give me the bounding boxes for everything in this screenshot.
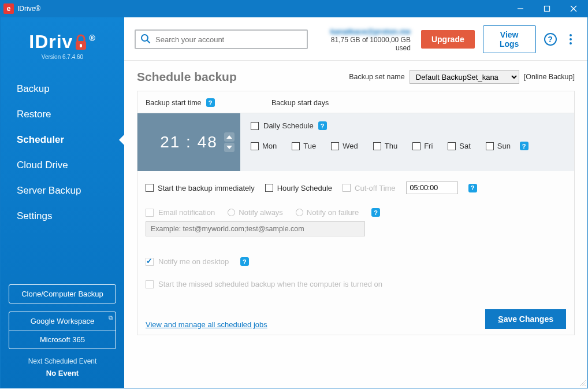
time-up-button[interactable]: [224, 132, 235, 142]
sidebar-item-backup[interactable]: Backup: [1, 76, 124, 102]
svg-point-6: [142, 35, 148, 41]
close-button[interactable]: [560, 0, 587, 17]
sidebar-item-server-backup[interactable]: Server Backup: [1, 178, 124, 203]
brand-logo: IDriv ®: [1, 31, 124, 53]
svg-rect-1: [545, 6, 550, 12]
sidebar-item-cloud-drive[interactable]: Cloud Drive: [1, 153, 124, 178]
clone-computer-backup-button[interactable]: Clone/Computer Backup: [9, 284, 116, 303]
notify-failure-radio[interactable]: [296, 209, 303, 216]
account-info: kanatkace@proton.me 81,75 GB of 10000,00…: [324, 27, 411, 52]
help-start-time-icon[interactable]: ?: [206, 98, 215, 107]
search-input[interactable]: [155, 35, 302, 44]
start-immediately-checkbox[interactable]: [146, 184, 154, 192]
help-button[interactable]: ?: [544, 32, 557, 46]
window-title: IDrive®: [17, 5, 40, 13]
microsoft-365-button[interactable]: Microsoft 365: [9, 330, 116, 349]
start-time-label: Backup start time: [146, 99, 202, 107]
help-daily-icon[interactable]: ?: [318, 121, 327, 130]
svg-rect-5: [80, 44, 82, 47]
time-down-button[interactable]: [224, 143, 235, 152]
search-box[interactable]: [135, 29, 308, 49]
view-logs-button[interactable]: View Logs: [483, 25, 536, 53]
save-changes-button[interactable]: Save Changes: [485, 309, 566, 329]
email-input[interactable]: [146, 221, 365, 236]
day-mon-checkbox[interactable]: [251, 142, 259, 150]
minimize-button[interactable]: [507, 0, 534, 17]
app-icon: e: [3, 3, 14, 14]
search-icon: [140, 34, 151, 46]
notify-always-radio[interactable]: [228, 209, 235, 216]
version-label: Version 6.7.4.60: [1, 54, 124, 60]
account-email: kanatkace@proton.me: [324, 27, 411, 36]
maximize-button[interactable]: [534, 0, 560, 17]
lock-icon: [74, 34, 88, 50]
daily-schedule-checkbox[interactable]: [251, 122, 259, 130]
topbar: kanatkace@proton.me 81,75 GB of 10000,00…: [124, 17, 587, 61]
day-fri-checkbox[interactable]: [412, 142, 420, 150]
svg-line-10: [585, 385, 586, 386]
hourly-schedule-checkbox[interactable]: [265, 184, 273, 192]
page-title: Schedule backup: [137, 70, 237, 84]
help-desktop-icon[interactable]: ?: [240, 257, 249, 266]
backup-type-label: [Online Backup]: [524, 73, 575, 81]
day-sun-checkbox[interactable]: [486, 142, 494, 150]
sidebar-item-restore[interactable]: Restore: [1, 102, 124, 127]
backup-set-name-label: Backup set name: [349, 73, 405, 81]
next-event-value: No Event: [9, 369, 116, 377]
external-link-icon: ⧉: [109, 314, 113, 321]
time-value: 21 : 48: [160, 133, 218, 151]
day-wed-checkbox[interactable]: [331, 142, 339, 150]
workspace-box: ⧉ Google Workspace Microsoft 365: [9, 312, 116, 349]
sidebar-item-scheduler[interactable]: Scheduler: [1, 127, 124, 153]
day-tue-checkbox[interactable]: [292, 142, 300, 150]
window-titlebar: e IDrive®: [0, 0, 588, 17]
cutoff-checkbox[interactable]: [343, 184, 351, 192]
email-notification-checkbox[interactable]: [146, 209, 154, 217]
sidebar: IDriv ® Version 6.7.4.60 Backup Restore …: [1, 17, 124, 388]
start-days-label: Backup start days: [271, 99, 329, 107]
help-email-icon[interactable]: ?: [371, 208, 380, 217]
notify-desktop-checkbox[interactable]: [146, 258, 154, 266]
start-missed-checkbox[interactable]: [146, 280, 154, 288]
cutoff-time-input[interactable]: [406, 181, 458, 194]
time-picker[interactable]: 21 : 48: [137, 113, 240, 171]
backup-set-select[interactable]: Default BackupSet_kana: [410, 70, 519, 84]
svg-line-7: [147, 40, 150, 43]
help-cutoff-icon[interactable]: ?: [468, 184, 477, 192]
next-event-label: Next Scheduled Event: [9, 357, 116, 365]
help-icon: ?: [544, 33, 557, 46]
resize-grip-icon[interactable]: [578, 379, 586, 387]
kebab-icon: [570, 34, 572, 45]
day-sat-checkbox[interactable]: [448, 142, 456, 150]
sidebar-item-settings[interactable]: Settings: [1, 203, 124, 229]
day-thu-checkbox[interactable]: [373, 142, 381, 150]
menu-button[interactable]: [565, 32, 577, 46]
daily-schedule-label: Daily Schedule: [263, 121, 314, 130]
help-days-icon[interactable]: ?: [520, 142, 529, 150]
quota-text: 81,75 GB of 10000,00 GB used: [324, 36, 411, 52]
google-workspace-button[interactable]: Google Workspace: [9, 312, 116, 330]
manage-jobs-link[interactable]: View and manage all scheduled jobs: [146, 320, 267, 329]
upgrade-button[interactable]: Upgrade: [421, 30, 475, 49]
